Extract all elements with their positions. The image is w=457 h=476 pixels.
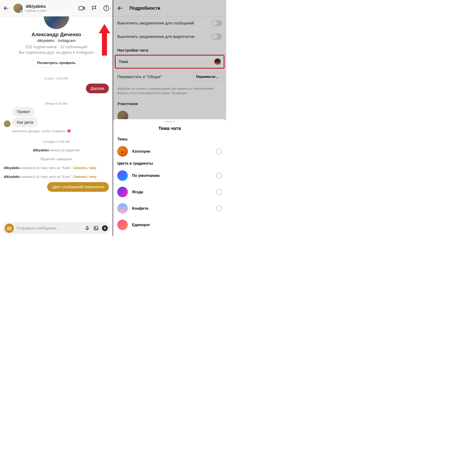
chat-avatar[interactable] [13, 4, 23, 13]
change-theme-link[interactable]: Сменить тему [73, 166, 96, 170]
chat-status: Сейчас в сети [26, 9, 74, 12]
chat-screen: dikiyaleks Сейчас в сети Александр Дичен… [0, 0, 113, 236]
svg-point-3 [106, 7, 107, 7]
message-bubble: Цвет сообщений поменялся [47, 182, 109, 192]
theme-name: По умолчанию [132, 173, 212, 178]
theme-name: Ягода [132, 190, 212, 194]
reaction-hint: Коснитесь дважды, чтобы отправить ❤️ [12, 129, 113, 133]
gallery-icon[interactable] [93, 225, 99, 231]
message-bubble[interactable]: Как дела [12, 118, 38, 127]
timestamp: Вчера 9:05 AM [0, 102, 113, 105]
online-indicator [20, 10, 23, 13]
profile-avatar[interactable] [44, 17, 69, 29]
radio-icon [216, 148, 222, 154]
profile-handle: dikiyaleks · Instagram [4, 38, 108, 43]
sheet-handle[interactable] [164, 121, 175, 122]
theme-name: Конфета [132, 206, 212, 211]
theme-item-default[interactable]: По умолчанию [113, 167, 226, 184]
svg-point-6 [9, 228, 10, 229]
theme-item-candy[interactable]: Конфета [113, 200, 226, 217]
sheet-title: Тема чата [113, 126, 226, 131]
chat-username: dikiyaleks [26, 4, 74, 9]
composer: Отправить сообщение... [0, 221, 113, 236]
chat-header: dikiyaleks Сейчас в сети [0, 0, 113, 17]
radio-icon [216, 173, 222, 178]
change-theme-link[interactable]: Сменить тему [73, 175, 96, 178]
view-profile-button[interactable]: Посмотреть профиль [33, 59, 80, 67]
system-message: dikiyaleks изменил(-а) тему чата на "Кле… [0, 175, 113, 179]
message-in-group: Привет Как дела [0, 107, 113, 127]
video-call-icon[interactable] [78, 4, 86, 12]
theme-swatch [117, 170, 128, 181]
radio-icon [216, 205, 222, 211]
theme-item-berry[interactable]: Ягода [113, 184, 226, 200]
profile-full-name: Александр Диченко [4, 32, 108, 37]
system-message: Видеочат завершен [0, 157, 113, 161]
message-avatar[interactable] [4, 120, 10, 127]
system-message: dikiyaleks изменил(-а) тему чата на "Кив… [0, 166, 113, 170]
theme-item-unicorn[interactable]: Единорог [113, 217, 226, 233]
camera-button[interactable] [5, 224, 14, 233]
timestamp: 8 сент., 2:03 PM [0, 77, 113, 80]
info-icon[interactable] [103, 4, 110, 12]
sheet-section: Темы [113, 135, 226, 143]
chat-body[interactable]: Александр Диченко dikiyaleks · Instagram… [0, 17, 113, 221]
system-message: dikiyaleks начал(-а) видеочат [0, 148, 113, 152]
chat-title-block[interactable]: dikiyaleks Сейчас в сети [26, 4, 74, 12]
sheet-section: Цвета и градиенты [113, 160, 226, 167]
composer-pill[interactable]: Отправить сообщение... [2, 222, 110, 234]
theme-name: Хэллоуин [132, 149, 212, 154]
flag-icon[interactable] [90, 4, 98, 12]
theme-swatch [117, 203, 128, 214]
theme-swatch [117, 187, 128, 197]
back-icon[interactable] [2, 5, 10, 12]
svg-rect-1 [79, 6, 83, 10]
message-input[interactable]: Отправить сообщение... [17, 226, 81, 230]
svg-marker-5 [99, 24, 110, 56]
timestamp: Сегодня 11:50 AM [0, 140, 113, 143]
message-bubble[interactable]: Привет [12, 107, 35, 117]
plus-icon[interactable] [102, 225, 108, 231]
theme-sheet: Тема чата Темы Хэллоуин Цвета и градиент… [113, 119, 226, 236]
annotation-arrow [99, 24, 110, 56]
message-bubble: Дарова [86, 84, 109, 93]
details-screen: Подробности Выключить уведомления для со… [113, 0, 226, 236]
theme-name: Единорог [132, 223, 222, 227]
theme-swatch [117, 220, 128, 230]
theme-item-halloween[interactable]: Хэллоуин [113, 143, 226, 160]
radio-icon [216, 189, 222, 195]
svg-rect-7 [86, 226, 88, 229]
svg-rect-8 [94, 226, 98, 230]
theme-swatch [117, 146, 128, 157]
message-out[interactable]: Цвет сообщений поменялся [0, 180, 113, 194]
profile-preview: Александр Диченко dikiyaleks · Instagram… [0, 17, 113, 70]
profile-stats: 232 подписчиков · 32 публикаций [4, 45, 108, 49]
mic-icon[interactable] [84, 225, 90, 231]
mutual-follow: Вы подписаны друг на друга в Instagram [4, 50, 108, 55]
message-out[interactable]: Дарова [0, 82, 113, 95]
